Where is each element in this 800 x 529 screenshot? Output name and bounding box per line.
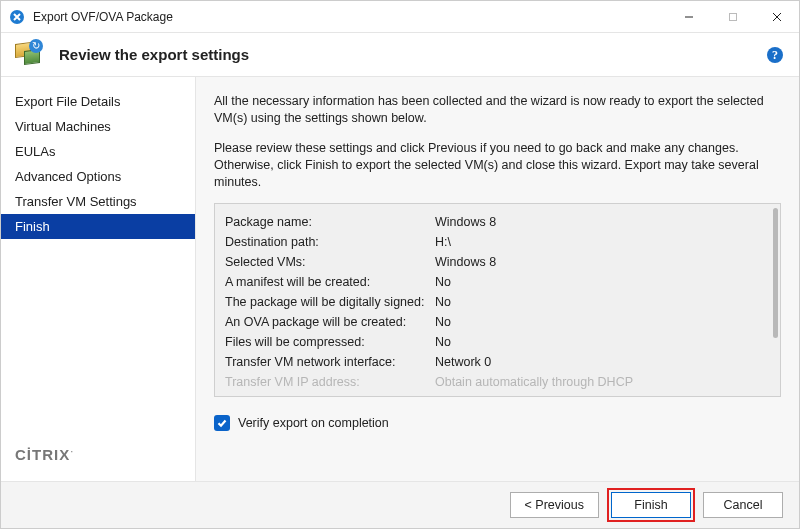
sidebar-item-transfer-vm-settings[interactable]: Transfer VM Settings	[1, 189, 195, 214]
verify-label: Verify export on completion	[238, 416, 389, 430]
previous-button[interactable]: < Previous	[510, 492, 599, 518]
summary-row: Transfer VM network interface:Network 0	[225, 352, 764, 372]
svg-text:?: ?	[772, 48, 778, 62]
wizard-sidebar: Export File Details Virtual Machines EUL…	[1, 77, 196, 481]
sidebar-item-eulas[interactable]: EULAs	[1, 139, 195, 164]
summary-row: The package will be digitally signed:No	[225, 292, 764, 312]
wizard-footer: < Previous Finish Cancel	[1, 482, 799, 528]
cancel-button[interactable]: Cancel	[703, 492, 783, 518]
brand-dot: ˙	[70, 449, 75, 463]
svg-rect-2	[730, 13, 737, 20]
window-controls	[667, 1, 799, 32]
minimize-button[interactable]	[667, 1, 711, 32]
wizard-header: ↻ Review the export settings ?	[1, 33, 799, 77]
summary-scrollbar[interactable]	[773, 208, 778, 392]
sidebar-item-export-file-details[interactable]: Export File Details	[1, 89, 195, 114]
intro-paragraph-2: Please review these settings and click P…	[214, 140, 781, 192]
sidebar-item-virtual-machines[interactable]: Virtual Machines	[1, 114, 195, 139]
verify-row[interactable]: Verify export on completion	[214, 415, 781, 431]
sidebar-item-finish[interactable]: Finish	[1, 214, 195, 239]
summary-row: Files will be compressed:No	[225, 332, 764, 352]
export-ovf-window: Export OVF/OVA Package ↻ Review the expo…	[0, 0, 800, 529]
summary-row: Selected VMs:Windows 8	[225, 252, 764, 272]
help-button[interactable]: ?	[765, 45, 785, 65]
summary-row: Transfer VM IP address:Obtain automatica…	[225, 372, 764, 392]
summary-row: A manifest will be created:No	[225, 272, 764, 292]
summary-row: Package name:Windows 8	[225, 212, 764, 232]
intro-paragraph-1: All the necessary information has been c…	[214, 93, 781, 128]
app-icon	[9, 9, 25, 25]
summary-row: Destination path:H:\	[225, 232, 764, 252]
wizard-icon: ↻	[15, 41, 47, 69]
wizard-main: All the necessary information has been c…	[196, 77, 799, 481]
sidebar-item-advanced-options[interactable]: Advanced Options	[1, 164, 195, 189]
close-button[interactable]	[755, 1, 799, 32]
brand-text: CİTRIX	[15, 446, 70, 463]
wizard-body: Export File Details Virtual Machines EUL…	[1, 77, 799, 482]
brand-logo: CİTRIX˙	[1, 438, 195, 481]
maximize-button[interactable]	[711, 1, 755, 32]
summary-panel: Package name:Windows 8 Destination path:…	[214, 203, 781, 397]
finish-button[interactable]: Finish	[611, 492, 691, 518]
summary-row: An OVA package will be created:No	[225, 312, 764, 332]
wizard-title: Review the export settings	[59, 46, 765, 63]
window-title: Export OVF/OVA Package	[33, 10, 667, 24]
verify-checkbox[interactable]	[214, 415, 230, 431]
titlebar[interactable]: Export OVF/OVA Package	[1, 1, 799, 33]
finish-highlight: Finish	[607, 488, 695, 522]
